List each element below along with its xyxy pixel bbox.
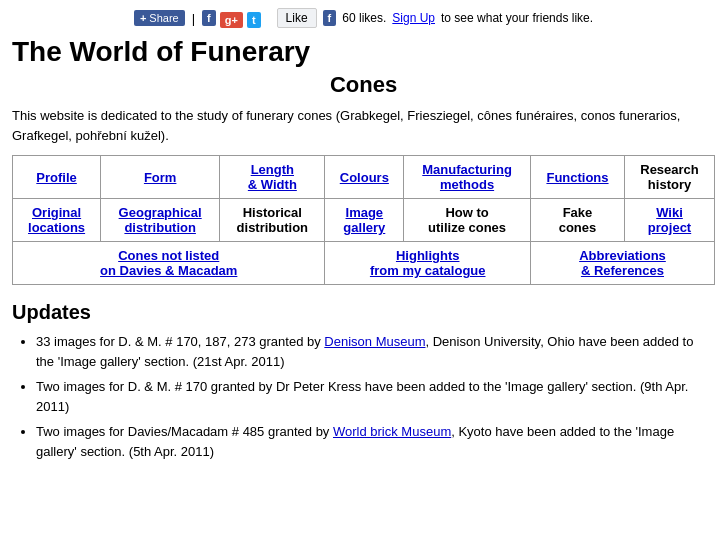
nav-cell-geographical[interactable]: Geographicaldistribution	[101, 199, 220, 242]
fb-icon2: f	[323, 10, 337, 26]
like-area: Like f 60 likes. Sign Up to see what you…	[277, 8, 594, 28]
twitter-icon[interactable]: t	[247, 12, 261, 28]
intro-text: This website is dedicated to the study o…	[12, 106, 715, 145]
updates-section: Updates 33 images for D. & M. # 170, 187…	[12, 301, 715, 461]
nav-cell-wiki[interactable]: Wikiproject	[625, 199, 715, 242]
signup-link[interactable]: Sign Up	[392, 11, 435, 25]
nav-cell-cones-not-listed[interactable]: Cones not listedon Davies & Macadam	[13, 242, 325, 285]
update-item-1: 33 images for D. & M. # 170, 187, 273 gr…	[36, 332, 715, 371]
googleplus-icon[interactable]: g+	[220, 12, 243, 28]
nav-cell-colours[interactable]: Colours	[325, 156, 404, 199]
nav-cell-historical: Historicaldistribution	[220, 199, 325, 242]
nav-row-2: Originallocations Geographicaldistributi…	[13, 199, 715, 242]
denison-museum-link[interactable]: Denison Museum	[324, 334, 425, 349]
page-subtitle: Cones	[12, 72, 715, 98]
facebook-icon[interactable]: f	[202, 10, 216, 26]
nav-cell-original[interactable]: Originallocations	[13, 199, 101, 242]
updates-list: 33 images for D. & M. # 170, 187, 273 gr…	[12, 332, 715, 461]
nav-row-3: Cones not listedon Davies & Macadam High…	[13, 242, 715, 285]
nav-cell-form[interactable]: Form	[101, 156, 220, 199]
nav-cell-research: Researchhistory	[625, 156, 715, 199]
nav-cell-length[interactable]: Length& Width	[220, 156, 325, 199]
world-brick-museum-link[interactable]: World brick Museum	[333, 424, 451, 439]
separator: |	[192, 11, 195, 26]
top-bar: + Share | f g+ t Like f 60 likes. Sign U…	[12, 8, 715, 28]
nav-cell-profile[interactable]: Profile	[13, 156, 101, 199]
update-item-2: Two images for D. & M. # 170 granted by …	[36, 377, 715, 416]
like-suffix: to see what your friends like.	[441, 11, 593, 25]
update-item-3: Two images for Davies/Macadam # 485 gran…	[36, 422, 715, 461]
share-button[interactable]: + Share	[134, 10, 185, 26]
nav-cell-abbreviations[interactable]: Abbreviations& References	[530, 242, 714, 285]
nav-cell-image[interactable]: Imagegallery	[325, 199, 404, 242]
site-title: The World of Funerary	[12, 36, 715, 68]
nav-row-1: Profile Form Length& Width Colours Manuf…	[13, 156, 715, 199]
like-count: 60 likes.	[342, 11, 386, 25]
nav-cell-functions[interactable]: Functions	[530, 156, 624, 199]
nav-cell-highlights[interactable]: Highlightsfrom my catalogue	[325, 242, 530, 285]
share-buttons: + Share | f g+ t	[134, 9, 261, 28]
updates-title: Updates	[12, 301, 715, 324]
nav-cell-utilize: How toutilize cones	[404, 199, 531, 242]
like-button[interactable]: Like	[277, 8, 317, 28]
nav-table: Profile Form Length& Width Colours Manuf…	[12, 155, 715, 285]
nav-cell-manufacturing[interactable]: Manufacturingmethods	[404, 156, 531, 199]
nav-cell-fake: Fakecones	[530, 199, 624, 242]
